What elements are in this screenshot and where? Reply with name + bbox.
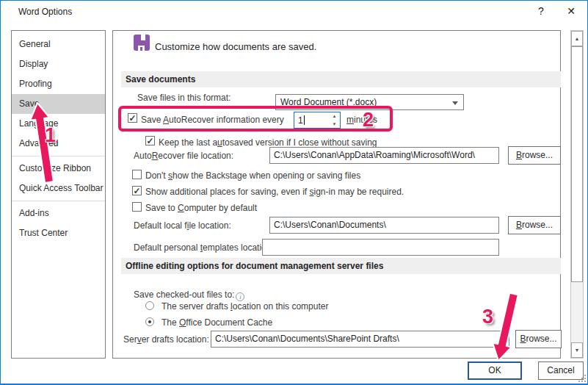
text-caret <box>304 115 305 125</box>
sidebar-item-advanced[interactable]: Advanced <box>12 134 105 154</box>
keep-last-autosaved-checkbox[interactable]: ✓ <box>145 136 155 145</box>
save-to-computer-label: Save to Computer by default <box>145 203 257 213</box>
autorecover-checkbox[interactable]: ✓ <box>128 113 137 123</box>
sidebar-item-general[interactable]: General <box>12 35 105 54</box>
section-header-offline-editing: Offline editing options for document man… <box>121 258 561 274</box>
help-icon[interactable]: ? <box>531 3 551 19</box>
server-drafts-location-field[interactable]: C:\Users\Conan\Documents\SharePoint Draf… <box>211 331 509 348</box>
scroll-up-icon[interactable]: ▲ <box>571 31 583 46</box>
spin-down-icon[interactable]: ▼ <box>329 120 340 129</box>
format-dropdown[interactable]: Word Document (*.docx) <box>275 94 464 110</box>
sidebar-item-quick-access-toolbar[interactable]: Quick Access Toolbar <box>12 179 105 198</box>
server-drafts-location-label: Server drafts location: <box>123 334 209 345</box>
sidebar-separator <box>12 201 105 201</box>
server-drafts-radio[interactable] <box>145 301 154 310</box>
check-icon: ✓ <box>146 137 154 145</box>
backstage-label: Don't show the Backstage when opening or… <box>145 170 360 181</box>
autorecover-location-field[interactable]: C:\Users\Conan\AppData\Roaming\Microsoft… <box>269 147 499 164</box>
server-drafts-browse-button[interactable]: Browse... <box>515 330 562 348</box>
main-panel: Customize how documents are saved. Save … <box>112 30 561 359</box>
info-icon: i <box>236 292 244 301</box>
autorecover-label: Save AutoRecover information every <box>141 115 284 125</box>
additional-places-checkbox[interactable]: ✓ <box>132 186 142 195</box>
scrollbar-thumb[interactable] <box>571 46 583 282</box>
save-checked-out-label: Save checked-out files to:i <box>134 289 244 301</box>
default-local-browse-button[interactable]: Browse... <box>508 216 561 234</box>
cancel-button[interactable]: Cancel <box>538 361 584 380</box>
word-options-dialog: { "window": { "title": "Word Options" },… <box>0 0 588 385</box>
save-floppy-icon <box>134 35 150 51</box>
sidebar-item-proofing[interactable]: Proofing <box>12 74 105 94</box>
sidebar-item-save[interactable]: Save <box>12 94 105 114</box>
format-label: Save files in this format: <box>137 93 231 103</box>
chevron-down-icon <box>452 101 458 105</box>
sidebar-item-language[interactable]: Language <box>12 114 105 134</box>
minutes-label: minutes <box>346 115 377 125</box>
default-local-label: Default local file location: <box>134 220 231 231</box>
minutes-value: 1 <box>294 115 303 126</box>
sidebar-separator <box>12 156 105 156</box>
sidebar-item-add-ins[interactable]: Add-ins <box>12 204 105 223</box>
autorecover-browse-button[interactable]: Browse... <box>508 146 561 165</box>
page-title: Customize how documents are saved. <box>155 41 316 52</box>
save-to-computer-checkbox[interactable] <box>132 202 142 212</box>
sidebar: General Display Proofing Save Language A… <box>11 30 106 359</box>
resize-grip[interactable] <box>578 374 587 383</box>
close-icon[interactable]: ✕ <box>560 3 582 19</box>
default-templates-field[interactable] <box>262 239 499 256</box>
sidebar-item-customize-ribbon[interactable]: Customize Ribbon <box>12 159 105 179</box>
sidebar-item-display[interactable]: Display <box>12 54 105 74</box>
scroll-down-icon[interactable]: ▼ <box>571 342 583 358</box>
section-header-save-documents: Save documents <box>121 71 561 87</box>
additional-places-label: Show additional places for saving, even … <box>145 187 404 197</box>
check-icon: ✓ <box>128 114 137 123</box>
backstage-checkbox[interactable] <box>132 170 142 179</box>
window-title: Word Options <box>18 7 72 17</box>
keep-last-autosaved-label: Keep the last autosaved version if I clo… <box>159 137 377 148</box>
office-document-cache-radio-label: The Office Document Cache <box>161 317 272 328</box>
check-icon: ✓ <box>133 187 141 195</box>
vertical-scrollbar[interactable]: ▲ ▼ <box>570 30 584 359</box>
autorecover-minutes-stepper[interactable]: 1 ▲ ▼ <box>294 112 341 129</box>
server-drafts-radio-label: The server drafts location on this compu… <box>161 301 328 312</box>
default-local-field[interactable]: C:\Users\Conan\Documents\ <box>269 217 499 234</box>
autorecover-location-label: AutoRecover file location: <box>134 151 233 161</box>
ok-button[interactable]: OK <box>468 361 522 380</box>
spin-up-icon[interactable]: ▲ <box>329 112 340 120</box>
sidebar-item-trust-center[interactable]: Trust Center <box>12 223 105 243</box>
office-document-cache-radio[interactable] <box>145 317 154 326</box>
default-templates-label: Default personal templates location: <box>134 242 274 253</box>
format-dropdown-value: Word Document (*.docx) <box>280 97 377 107</box>
